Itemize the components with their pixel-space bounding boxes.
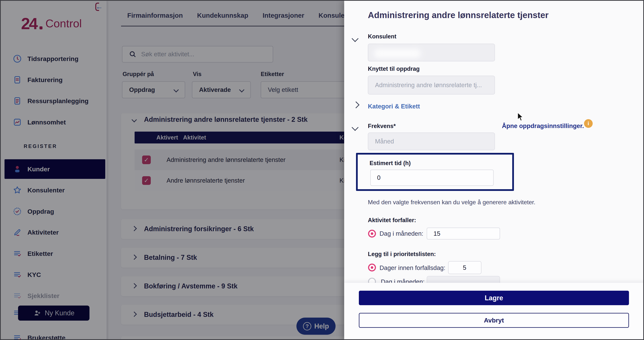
app-window: 24 Control ← Tidsrapportering Fakturerin… <box>0 0 644 340</box>
frequency-label: Frekvens* <box>368 123 396 129</box>
frequency-value: Måned <box>375 138 394 145</box>
drawer-footer: Lagre Avbryt <box>344 283 644 340</box>
save-button[interactable]: Lagre <box>359 291 629 305</box>
days-before-due-input[interactable] <box>448 261 482 274</box>
redacted-consultant-name <box>374 49 421 58</box>
estimated-time-input[interactable] <box>370 169 494 186</box>
activity-settings-drawer: Administrering andre lønnsrelaterte tjen… <box>344 1 644 340</box>
modal-dim-overlay <box>1 1 344 340</box>
due-section-label: Aktivitet forfaller: <box>368 217 416 224</box>
drawer-title: Administrering andre lønnsrelaterte tjen… <box>368 10 548 20</box>
radio-days-before-due-label: Dager innen forfallsdag: <box>380 264 445 271</box>
radio-day-of-month-label: Dag i måneden: <box>380 230 423 237</box>
due-day-input[interactable] <box>427 228 500 239</box>
chevron-down-icon[interactable] <box>352 35 359 42</box>
priority-section-label: Legg til i prioritetslisten: <box>368 251 436 258</box>
cancel-button[interactable]: Avbryt <box>359 313 629 328</box>
consultant-field-disabled <box>368 44 495 61</box>
chevron-right-icon[interactable] <box>353 101 360 108</box>
consultant-label: Konsulent <box>368 33 396 40</box>
radio-day-of-month[interactable] <box>368 230 376 238</box>
linked-assignment-label: Knyttet til oppdrag <box>368 66 420 72</box>
frequency-info-text: Med den valgte frekvensen kan du velge å… <box>368 199 535 206</box>
estimated-time-highlight-box: Estimert tid (h) <box>356 153 514 191</box>
radio-days-before-due[interactable] <box>368 264 376 271</box>
open-assignment-settings-link[interactable]: Åpne oppdragsinnstillinger. <box>502 122 581 129</box>
linked-assignment-field-disabled: Administrering andre lønnsrelaterte tj..… <box>368 76 495 94</box>
info-icon[interactable]: i <box>584 119 593 128</box>
chevron-down-icon[interactable] <box>352 124 359 131</box>
category-label-link[interactable]: Kategori & Etikett <box>368 103 420 110</box>
linked-assignment-placeholder: Administrering andre lønnsrelaterte tj..… <box>375 82 482 89</box>
frequency-field-disabled: Måned <box>368 132 495 150</box>
estimated-time-label: Estimert tid (h) <box>370 160 411 166</box>
